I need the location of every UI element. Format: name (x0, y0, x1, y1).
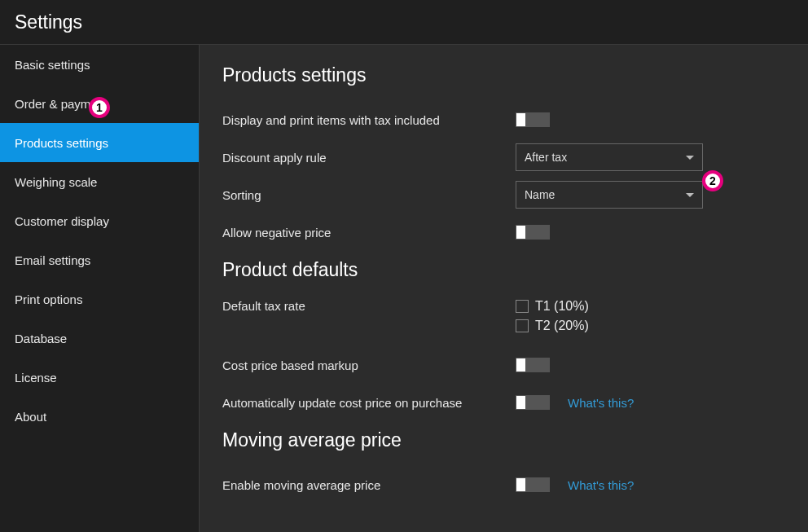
sorting-label: Sorting (222, 188, 516, 202)
enable-moving-label: Enable moving average price (222, 478, 516, 492)
sidebar-item-label: Email settings (15, 253, 90, 267)
sidebar-item-products-settings[interactable]: Products settings (0, 123, 199, 162)
sidebar-item-label: Weighing scale (15, 175, 97, 189)
sidebar-item-label: Basic settings (15, 58, 90, 72)
display-tax-toggle[interactable] (516, 112, 550, 127)
tax2-label: T2 (20%) (535, 319, 589, 333)
auto-update-toggle[interactable] (516, 395, 550, 410)
sidebar-item-about[interactable]: About (0, 397, 199, 436)
enable-moving-toggle[interactable] (516, 477, 550, 492)
tax1-label: T1 (10%) (535, 299, 589, 314)
allow-negative-label: Allow negative price (222, 226, 516, 240)
sorting-dropdown[interactable]: Name (516, 181, 703, 209)
sidebar-item-weighing-scale[interactable]: Weighing scale (0, 162, 199, 201)
toggle-knob (516, 226, 525, 239)
whats-this-link-moving[interactable]: What's this? (568, 478, 634, 492)
chevron-down-icon (686, 193, 694, 197)
sidebar-item-customer-display[interactable]: Customer display (0, 201, 199, 240)
sidebar-item-label: Customer display (15, 214, 109, 228)
allow-negative-toggle[interactable] (516, 225, 550, 240)
callout-marker-2: 2 (702, 170, 723, 191)
sidebar-item-email-settings[interactable]: Email settings (0, 240, 199, 279)
callout-marker-1: 1 (89, 97, 110, 118)
auto-update-label: Automatically update cost price on purch… (222, 396, 516, 410)
discount-rule-label: Discount apply rule (222, 151, 516, 165)
sidebar-item-database[interactable]: Database (0, 319, 199, 358)
sidebar-item-license[interactable]: License (0, 358, 199, 397)
callout-number: 1 (96, 101, 103, 114)
markup-label: Cost price based markup (222, 358, 516, 372)
discount-rule-dropdown[interactable]: After tax (516, 143, 703, 171)
dropdown-value: After tax (525, 151, 567, 164)
dropdown-value: Name (525, 188, 555, 201)
sidebar-item-label: Database (15, 332, 67, 345)
toggle-knob (516, 358, 525, 372)
callout-number: 2 (709, 174, 716, 187)
sidebar-item-label: License (15, 371, 57, 385)
content-panel: Products settings Display and print item… (200, 45, 808, 532)
section-title-moving: Moving average price (222, 429, 785, 451)
page-title: Settings (15, 11, 82, 33)
tax2-checkbox[interactable] (516, 319, 529, 332)
sidebar-item-label: About (15, 410, 46, 424)
chevron-down-icon (686, 156, 694, 160)
toggle-knob (516, 113, 525, 126)
section-title-products: Products settings (222, 64, 785, 86)
sidebar-item-print-options[interactable]: Print options (0, 279, 199, 319)
sidebar-item-label: Products settings (15, 136, 108, 150)
default-tax-label: Default tax rate (222, 299, 516, 313)
markup-toggle[interactable] (516, 358, 550, 372)
toggle-knob (516, 478, 525, 491)
sidebar-item-basic-settings[interactable]: Basic settings (0, 45, 199, 84)
display-tax-label: Display and print items with tax include… (222, 113, 516, 127)
whats-this-link-auto-update[interactable]: What's this? (568, 396, 634, 410)
section-title-defaults: Product defaults (222, 259, 785, 281)
sidebar-item-label: Print options (15, 292, 82, 306)
tax1-checkbox[interactable] (516, 300, 529, 313)
toggle-knob (516, 396, 525, 409)
